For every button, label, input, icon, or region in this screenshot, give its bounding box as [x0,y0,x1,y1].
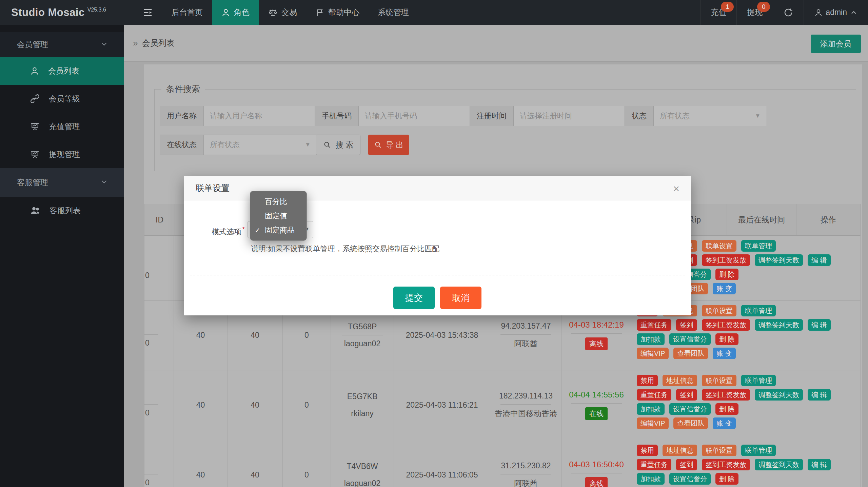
action-button[interactable]: 账 变 [713,348,736,359]
sidebar-item-1[interactable]: 会员列表 [0,57,124,85]
action-button[interactable]: 设置信誉分 [669,333,711,345]
online-status-field: 在线状态 所有状态 ▼ [160,135,317,155]
table-row: 0 40 40 0 E5G7KBrkilany 2025-04-03 11:16… [144,370,861,440]
search-fieldset: 条件搜索 用户名称 请输入用户名称 手机号码 请输入手机号码 注册时间 请选择注… [154,89,856,171]
dropdown-option-0[interactable]: 百分比 [250,195,307,209]
user-menu[interactable]: admin [804,0,868,25]
column-header-4: 操作 [796,204,861,235]
action-button[interactable]: 联单设置 [702,305,736,316]
sidebar-item-2[interactable]: 会员等级 [0,85,124,113]
action-button[interactable]: 重置任务 [637,389,671,401]
cell-ip: 31.215.230.82阿联酋 [490,440,562,487]
action-button[interactable]: 编 辑 [808,254,831,266]
dropdown-option-2[interactable]: ✓固定商品 [250,223,307,237]
action-button[interactable]: 联单管理 [741,375,776,386]
action-button[interactable]: 编 辑 [808,319,831,331]
action-button[interactable]: 账 变 [713,283,736,294]
action-button[interactable]: 地址信息 [663,445,697,456]
dropdown-option-1[interactable]: 固定值 [250,209,307,223]
last-online-time: 04-03 16:50:40 [569,460,624,469]
action-button[interactable]: 加扣款 [637,403,665,415]
nav-item-3[interactable]: 帮助中心 [306,0,369,25]
action-button[interactable]: 签到工资发放 [702,319,750,331]
sidebar-group-5[interactable]: 客服管理 [0,168,124,197]
cancel-button[interactable]: 取消 [440,287,481,309]
users-icon [30,205,41,216]
action-button[interactable]: 签到 [676,389,697,401]
sidebar-toggle-icon[interactable] [133,0,162,25]
nav-item-1[interactable]: 角色 [212,0,259,25]
action-button[interactable]: 编辑VIP [637,348,669,359]
chevron-down-icon [100,177,108,188]
action-button[interactable]: 设置信誉分 [669,403,711,415]
action-button[interactable]: 重置任务 [637,459,671,470]
action-button[interactable]: 联单管理 [741,305,776,316]
chevron-up-icon [850,8,858,17]
close-icon[interactable]: × [671,182,682,195]
action-button[interactable]: 查看团队 [673,417,708,429]
action-button[interactable]: 删 除 [715,403,738,415]
sidebar-item-4[interactable]: 提现管理 [0,140,124,168]
ip-address: 182.239.114.13 [499,391,553,401]
refresh-button[interactable] [773,0,804,25]
action-line-2: 加扣款设置信誉分删 除 [637,473,738,485]
add-member-button[interactable]: 添加会员 [811,35,861,53]
action-button[interactable]: 联单设置 [702,445,736,456]
action-button[interactable]: 调整签到天数 [755,389,803,401]
action-line-2: 加扣款设置信誉分删 除 [637,333,738,345]
action-button[interactable]: 编辑VIP [637,417,669,429]
status-select[interactable]: 所有状态 ▼ [653,106,767,126]
nav-item-2[interactable]: 交易 [259,0,306,25]
action-button[interactable]: 加扣款 [637,473,665,485]
action-button[interactable]: 编 辑 [808,389,831,401]
board-icon [30,149,40,159]
action-button[interactable]: 联单设置 [702,375,736,386]
action-button[interactable]: 签到工资发放 [702,459,750,470]
regtime-input[interactable]: 请选择注册时间 [513,106,627,126]
nav-item-0[interactable]: 后台首页 [162,0,212,25]
action-button[interactable]: 签到工资发放 [702,389,750,401]
action-button[interactable]: 调整签到天数 [755,459,803,470]
phone-input[interactable]: 请输入手机号码 [358,106,472,126]
sidebar-item-3[interactable]: 充值管理 [0,113,124,140]
action-button[interactable]: 删 除 [715,473,738,485]
check-icon: ✓ [250,226,265,234]
cell-actions: 禁用地址信息联单设置联单管理重置任务签到签到工资发放调整签到天数编 辑加扣款设置… [631,370,861,440]
action-button[interactable]: 调整签到天数 [755,319,803,331]
action-button[interactable]: 签到工资发放 [702,254,750,266]
username-input[interactable]: 请输入用户名称 [203,106,317,126]
action-button[interactable]: 地址信息 [663,375,697,386]
sidebar-group-label: 会员管理 [17,39,48,50]
action-button[interactable]: 加扣款 [637,333,665,345]
sidebar-group-0[interactable]: 会员管理 [0,32,124,57]
action-button[interactable]: 禁用 [637,375,658,386]
action-button[interactable]: 编 辑 [808,459,831,470]
search-button[interactable]: 搜 索 [316,135,360,155]
action-button[interactable]: 签到 [676,319,697,331]
action-button[interactable]: 账 变 [713,417,736,429]
action-button[interactable]: 签到 [676,459,697,470]
nav-item-4[interactable]: 系统管理 [369,0,418,25]
action-button[interactable]: 联单管理 [741,240,776,252]
action-button[interactable]: 调整签到天数 [755,254,803,266]
app-logo: Studio Mosaic [11,6,85,19]
action-button[interactable]: 设置信誉分 [669,473,711,485]
export-button[interactable]: 导 出 [368,135,409,155]
action-button[interactable]: 禁用 [637,445,658,456]
sidebar-item-6[interactable]: 客服列表 [0,197,124,225]
recharge-menu[interactable]: 充值 1 [700,0,736,25]
action-button[interactable]: 联单设置 [702,240,736,252]
submit-button[interactable]: 提交 [393,287,435,309]
withdraw-menu[interactable]: 提现 0 [736,0,773,25]
last-online-time: 04-03 18:42:19 [569,320,624,330]
action-button[interactable]: 联单管理 [741,445,776,456]
action-button[interactable]: 重置任务 [637,319,671,331]
online-status-select-value: 所有状态 [210,140,240,150]
action-button[interactable]: 查看团队 [673,348,708,359]
action-button[interactable]: 删 除 [715,333,738,345]
regtime-label: 注册时间 [470,106,513,126]
action-button[interactable]: 删 除 [715,269,738,280]
online-status-select[interactable]: 所有状态 ▼ [203,135,317,155]
phone-label: 手机号码 [315,106,358,126]
online-status-badge: 在线 [585,407,608,420]
